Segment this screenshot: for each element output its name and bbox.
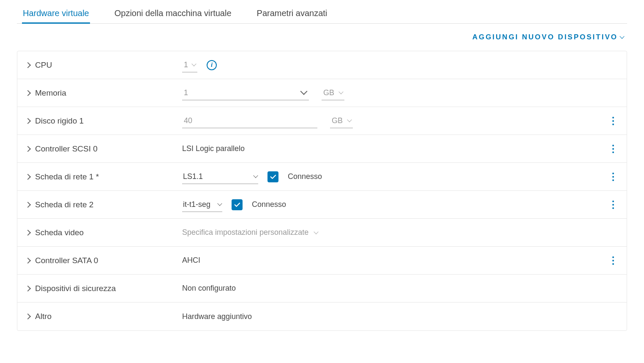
kebab-menu-icon[interactable] [608, 201, 618, 209]
video-settings-select[interactable]: Specifica impostazioni personalizzate [182, 228, 318, 237]
row-scsi0-toggle[interactable]: Controller SCSI 0 [26, 144, 182, 154]
check-icon [269, 173, 277, 181]
sata0-label: Controller SATA 0 [35, 256, 98, 265]
nic1-value: LS1.1 [183, 172, 203, 181]
nic1-connected-checkbox[interactable] [267, 171, 278, 182]
chevron-right-icon [25, 314, 31, 319]
row-other: Altro Hardware aggiuntivo [17, 302, 627, 330]
nic1-connected-label: Connesso [288, 172, 322, 181]
hardware-panel: CPU 1 i Memoria 1 GB [17, 51, 627, 331]
other-label: Altro [35, 312, 52, 321]
memory-label: Memoria [35, 88, 66, 98]
chevron-down-icon [347, 117, 352, 122]
row-security-toggle[interactable]: Dispositivi di sicurezza [26, 284, 182, 293]
chevron-right-icon [25, 285, 31, 291]
add-device-button[interactable]: AGGIUNGI NUOVO DISPOSITIVO [472, 33, 624, 41]
cpu-label: CPU [35, 60, 52, 70]
nic2-connected-checkbox[interactable] [232, 199, 243, 210]
disk1-label: Disco rigido 1 [35, 116, 84, 126]
chevron-down-icon [314, 229, 318, 234]
other-value: Hardware aggiuntivo [182, 312, 252, 321]
chevron-down-icon [619, 34, 624, 38]
video-value: Specifica impostazioni personalizzate [182, 228, 308, 237]
row-cpu-toggle[interactable]: CPU [26, 60, 182, 70]
row-memory-toggle[interactable]: Memoria [26, 88, 182, 98]
chevron-down-icon [217, 201, 222, 206]
row-video: Scheda video Specifica impostazioni pers… [17, 219, 627, 247]
row-scsi0: Controller SCSI 0 LSI Logic parallelo [17, 135, 627, 163]
chevron-right-icon [25, 257, 31, 263]
nic2-connected-label: Connesso [252, 200, 286, 209]
security-label: Dispositivi di sicurezza [35, 284, 116, 293]
kebab-menu-icon[interactable] [608, 145, 618, 153]
cpu-select[interactable]: 1 [182, 58, 197, 72]
video-label: Scheda video [35, 228, 84, 237]
nic2-value: it-t1-seg [183, 200, 210, 209]
kebab-menu-icon[interactable] [608, 117, 618, 125]
kebab-menu-icon[interactable] [608, 256, 618, 265]
row-security: Dispositivi di sicurezza Non configurato [17, 275, 627, 302]
disk1-value: 40 [184, 116, 192, 125]
disk1-input[interactable]: 40 [182, 114, 317, 128]
add-device-bar: AGGIUNGI NUOVO DISPOSITIVO [17, 24, 627, 51]
chevron-right-icon [25, 173, 31, 179]
nic2-network-select[interactable]: it-t1-seg [182, 198, 222, 212]
memory-input[interactable]: 1 [182, 86, 309, 100]
chevron-down-icon [338, 89, 343, 94]
chevron-right-icon [25, 62, 31, 68]
nic1-label: Scheda di rete 1 * [35, 172, 99, 182]
row-disk1: Disco rigido 1 40 GB [17, 107, 627, 135]
chevron-down-icon [253, 173, 258, 178]
row-video-toggle[interactable]: Scheda video [26, 228, 182, 237]
kebab-menu-icon[interactable] [608, 173, 618, 181]
tab-advanced[interactable]: Parametri avanzati [256, 4, 328, 23]
cpu-value: 1 [184, 60, 188, 69]
chevron-right-icon [25, 229, 31, 235]
row-cpu: CPU 1 i [17, 51, 627, 79]
tab-vm-options[interactable]: Opzioni della macchina virtuale [114, 4, 232, 23]
row-nic2: Scheda di rete 2 it-t1-seg Connesso [17, 191, 627, 219]
security-value: Non configurato [182, 284, 236, 293]
row-other-toggle[interactable]: Altro [26, 312, 182, 321]
check-icon [233, 201, 241, 209]
row-memory: Memoria 1 GB [17, 79, 627, 107]
chevron-down-icon[interactable] [300, 88, 308, 95]
sata0-value: AHCI [182, 256, 200, 265]
memory-unit: GB [323, 88, 334, 97]
chevron-right-icon [25, 201, 31, 207]
chevron-right-icon [25, 146, 31, 151]
row-sata0: Controller SATA 0 AHCI [17, 247, 627, 275]
memory-value: 1 [184, 88, 188, 97]
scsi0-value: LSI Logic parallelo [182, 144, 245, 153]
chevron-right-icon [25, 118, 31, 124]
info-icon[interactable]: i [207, 60, 217, 70]
row-sata0-toggle[interactable]: Controller SATA 0 [26, 256, 182, 265]
row-disk1-toggle[interactable]: Disco rigido 1 [26, 116, 182, 126]
add-device-label: AGGIUNGI NUOVO DISPOSITIVO [472, 33, 618, 41]
tabs: Hardware virtuale Opzioni della macchina… [17, 4, 627, 24]
memory-input-wrap: 1 [182, 86, 309, 100]
tab-hardware[interactable]: Hardware virtuale [22, 4, 90, 23]
nic2-label: Scheda di rete 2 [35, 200, 93, 209]
row-nic1-toggle[interactable]: Scheda di rete 1 * [26, 172, 182, 182]
disk1-unit: GB [332, 116, 343, 125]
chevron-down-icon [191, 61, 196, 66]
scsi0-label: Controller SCSI 0 [35, 144, 98, 154]
nic1-network-select[interactable]: LS1.1 [182, 170, 258, 184]
chevron-right-icon [25, 90, 31, 96]
memory-unit-select[interactable]: GB [322, 86, 344, 100]
disk1-unit-select[interactable]: GB [330, 114, 353, 128]
row-nic1: Scheda di rete 1 * LS1.1 Connesso [17, 163, 627, 191]
row-nic2-toggle[interactable]: Scheda di rete 2 [26, 200, 182, 209]
